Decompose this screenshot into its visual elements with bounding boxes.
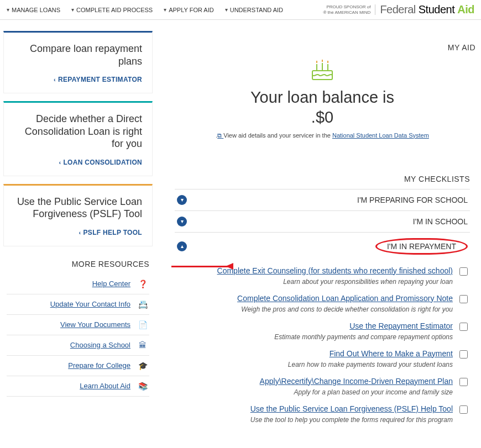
accordion-preparing: I'M PREPARING FOR SCHOOL ▾ bbox=[175, 189, 470, 210]
accordion-label: I'M IN REPAYMENT bbox=[387, 242, 456, 251]
chevron-up-icon: ▴ bbox=[177, 241, 187, 251]
checklist-desc: Learn about your responsibilities when r… bbox=[177, 278, 453, 286]
help-icon: ❓ bbox=[137, 280, 148, 288]
side-card-consolidation: Decide whether a Direct Consolidation Lo… bbox=[3, 101, 153, 176]
checklist-link[interactable]: Complete Consolidation Loan Application … bbox=[237, 294, 453, 303]
loan-balance-card: Your loan balance is $0. View aid detail… bbox=[164, 55, 481, 148]
checklist-checkbox[interactable] bbox=[459, 295, 468, 303]
more-resources: MORE RESOURCES ❓Help Center 📇Update Your… bbox=[3, 260, 153, 397]
checklist-link[interactable]: Find Out Where to Make a Payment bbox=[330, 349, 453, 358]
resource-item: ❓Help Center bbox=[7, 274, 149, 294]
resource-link[interactable]: View Your Documents bbox=[60, 320, 130, 329]
aid-detail-text: View aid details and your servicer in th… bbox=[175, 132, 470, 139]
checklist-link[interactable]: Complete Exit Counseling (for students w… bbox=[217, 266, 453, 275]
side-card-pslf: Use the Public Service Loan Forgiveness … bbox=[3, 184, 153, 246]
resources-heading: MORE RESOURCES bbox=[7, 260, 149, 268]
nav-manage-loans[interactable]: MANAGE LOANS▾ bbox=[7, 7, 60, 13]
annotation-arrow bbox=[171, 266, 232, 267]
checklist-item-idr: Apply\Recertify\Change Income-Driven Rep… bbox=[175, 371, 470, 398]
chevron-down-icon: ▾ bbox=[71, 7, 74, 13]
checklist-checkbox[interactable] bbox=[459, 323, 468, 331]
checklist-link[interactable]: Use the Repayment Estimator bbox=[349, 321, 453, 330]
side-card-link[interactable]: REPAYMENT ESTIMATOR› bbox=[54, 76, 142, 83]
accordion-in-school: I'M IN SCHOOL ▾ bbox=[175, 210, 470, 232]
checklist-desc: Weigh the pros and cons to decide whethe… bbox=[177, 305, 453, 313]
nav-complete-aid-process[interactable]: COMPLETE AID PROCESS▾ bbox=[71, 7, 153, 13]
contact-icon: 📇 bbox=[137, 300, 148, 309]
accordion-header-in-school[interactable]: I'M IN SCHOOL ▾ bbox=[175, 211, 470, 232]
aid-detail-prefix: View aid details and your servicer in th… bbox=[223, 132, 332, 139]
chevron-down-icon: ▾ bbox=[177, 195, 187, 205]
accordion-label: I'M PREPARING FOR SCHOOL bbox=[357, 196, 468, 204]
checklist-checkbox[interactable] bbox=[459, 378, 468, 386]
nav-apply-for-aid[interactable]: APPLY FOR AID▾ bbox=[164, 7, 214, 13]
resource-item: 📄View Your Documents bbox=[7, 315, 149, 335]
resource-link[interactable]: Update Your Contact Info bbox=[50, 300, 130, 308]
nav-understand-aid[interactable]: UNDERSTAND AID▾ bbox=[225, 7, 283, 13]
side-card-link[interactable]: LOAN CONSOLIDATION› bbox=[59, 159, 142, 166]
top-header: Federal Student Aid PROUD SPONSOR of the… bbox=[0, 0, 481, 20]
accordion-header-in-repayment[interactable]: I'M IN REPAYMENT ▴ bbox=[175, 233, 470, 260]
checklist-checkbox[interactable] bbox=[459, 405, 468, 414]
resource-link[interactable]: Help Center bbox=[92, 280, 130, 288]
external-link-icon: ⧉ bbox=[217, 132, 222, 139]
checklist-item-repayment-estimator: Use the Repayment Estimator Estimate mon… bbox=[175, 315, 470, 343]
sponsor-line-1: PROUD SPONSOR of bbox=[323, 4, 370, 10]
main-nav: UNDERSTAND AID▾ APPLY FOR AID▾ COMPLETE … bbox=[7, 7, 283, 13]
resource-item: 📚Learn About Aid bbox=[7, 376, 149, 397]
side-link-text: LOAN CONSOLIDATION bbox=[63, 159, 142, 166]
checklist-desc: Learn how to make payments toward your s… bbox=[177, 361, 453, 368]
chevron-down-icon: ▾ bbox=[177, 217, 187, 226]
resource-link[interactable]: Learn About Aid bbox=[80, 382, 130, 390]
book-icon: 📚 bbox=[137, 382, 148, 391]
logo-area: Federal Student Aid PROUD SPONSOR of the… bbox=[323, 3, 474, 16]
graduation-icon: 🎓 bbox=[137, 361, 148, 370]
logo-word-aid: Aid bbox=[457, 3, 474, 15]
checklist-desc: Use the tool to help you complete the fo… bbox=[177, 416, 453, 424]
chevron-down-icon: ▾ bbox=[225, 7, 228, 13]
accordion-in-repayment: I'M IN REPAYMENT ▴ Complete Exit Counsel… bbox=[175, 232, 470, 426]
side-card-link[interactable]: PSLF HELP TOOL› bbox=[79, 229, 142, 236]
checklist-item-consolidation: Complete Consolidation Loan Application … bbox=[175, 288, 470, 315]
chevron-right-icon: › bbox=[54, 76, 56, 83]
resource-link[interactable]: Prepare for College bbox=[68, 361, 130, 370]
sponsor-line-2: the AMERICAN MIND ® bbox=[323, 10, 370, 15]
nslds-link-text: National Student Loan Data System bbox=[332, 132, 429, 139]
resource-link[interactable]: Choosing a School bbox=[70, 341, 130, 349]
side-link-text: PSLF HELP TOOL bbox=[83, 229, 142, 236]
highlight-oval: I'M IN REPAYMENT bbox=[375, 238, 468, 255]
checklist-item-pslf: Use the Public Service Loan Forgiveness … bbox=[175, 398, 470, 426]
cake-icon bbox=[309, 59, 336, 84]
side-card-title: Decide whether a Direct Consolidation Lo… bbox=[14, 113, 142, 150]
side-card-repayment-estimator: Compare loan repayment plans REPAYMENT E… bbox=[3, 31, 153, 93]
building-icon: 🏛 bbox=[137, 341, 148, 350]
checklist-checkbox[interactable] bbox=[459, 350, 468, 359]
accordion-label: I'M IN SCHOOL bbox=[413, 217, 468, 226]
chevron-down-icon: ▾ bbox=[164, 7, 166, 13]
logo-word-student: Student bbox=[419, 3, 454, 15]
checklist-desc: Apply for a plan based on your income an… bbox=[177, 388, 453, 396]
checklists-heading: MY CHECKLISTS bbox=[175, 167, 470, 189]
side-link-text: REPAYMENT ESTIMATOR bbox=[58, 76, 142, 83]
checklist-checkbox[interactable] bbox=[459, 267, 468, 276]
resource-item: 📇Update Your Contact Info bbox=[7, 294, 149, 315]
checklist-item-exit-counseling: Complete Exit Counseling (for students w… bbox=[175, 260, 470, 288]
nav-label: COMPLETE AID PROCESS bbox=[76, 7, 153, 13]
chevron-down-icon: ▾ bbox=[7, 7, 9, 13]
resource-item: 🎓Prepare for College bbox=[7, 356, 149, 376]
nav-label: MANAGE LOANS bbox=[12, 7, 60, 13]
document-icon: 📄 bbox=[137, 320, 148, 329]
nav-label: UNDERSTAND AID bbox=[230, 7, 283, 13]
nav-label: APPLY FOR AID bbox=[169, 7, 214, 13]
accordion-header-preparing[interactable]: I'M PREPARING FOR SCHOOL ▾ bbox=[175, 189, 470, 210]
checklist-desc: Estimate monthly payments and compare re… bbox=[177, 333, 453, 341]
balance-line-1: Your loan balance is bbox=[175, 87, 470, 107]
logo-word-federal: Federal bbox=[380, 3, 418, 15]
balance-line-2: $0. bbox=[175, 107, 470, 127]
chevron-right-icon: › bbox=[59, 159, 61, 166]
chevron-right-icon: › bbox=[79, 229, 81, 236]
checklist-link[interactable]: Apply\Recertify\Change Income-Driven Rep… bbox=[260, 377, 453, 386]
checklists-panel: MY CHECKLISTS I'M PREPARING FOR SCHOOL ▾… bbox=[164, 167, 481, 437]
site-logo[interactable]: Federal Student Aid bbox=[380, 3, 474, 16]
checklist-link[interactable]: Use the Public Service Loan Forgiveness … bbox=[250, 404, 453, 413]
